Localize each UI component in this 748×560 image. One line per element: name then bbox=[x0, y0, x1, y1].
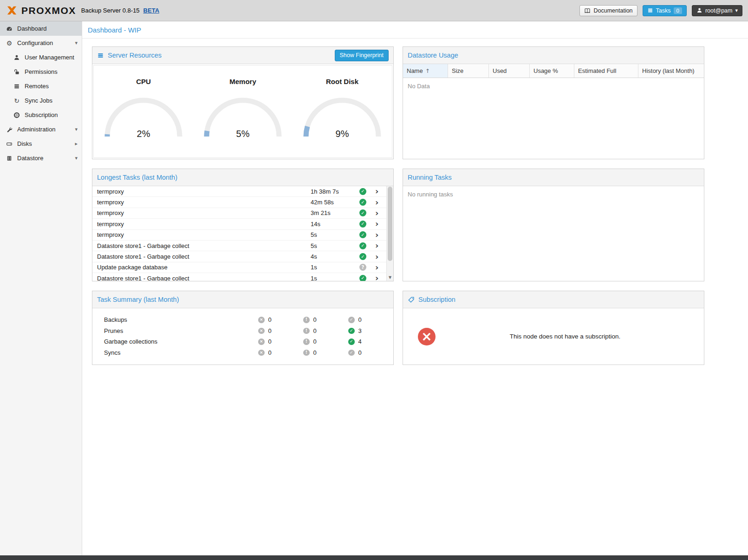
summary-count: 0 bbox=[313, 316, 317, 323]
summary-label: Garbage collections bbox=[104, 338, 258, 345]
running-tasks-empty: No running tasks bbox=[403, 186, 704, 202]
page-title: Dashboard - WIP bbox=[82, 21, 748, 39]
gauge-memory: Memory5% bbox=[198, 78, 288, 157]
caret-down-icon[interactable]: ▾ bbox=[75, 127, 78, 132]
sidebar-item-user-management[interactable]: User Management bbox=[0, 50, 82, 65]
task-row[interactable]: Update package database1s?› bbox=[92, 262, 386, 273]
gauges: CPU2%Memory5%Root Disk9% bbox=[93, 65, 392, 158]
chevron-right-icon[interactable]: › bbox=[375, 252, 386, 261]
status-warning-icon: ! bbox=[303, 328, 310, 334]
datastore-usage-columns: Name↑SizeUsedUsage %Estimated FullHistor… bbox=[403, 64, 704, 78]
running-tasks-title: Running Tasks bbox=[408, 174, 452, 181]
chevron-right-icon[interactable]: › bbox=[375, 241, 386, 250]
sidebar-item-subscription[interactable]: Subscription bbox=[0, 108, 82, 122]
task-row[interactable]: termproxy14s✓› bbox=[92, 219, 386, 229]
task-row[interactable]: termproxy5s✓› bbox=[92, 230, 386, 241]
sidebar-item-dashboard[interactable]: Dashboard bbox=[0, 21, 82, 36]
sidebar-item-label: Administration bbox=[17, 126, 55, 133]
status-ok-icon: ✓ bbox=[359, 199, 366, 206]
status-ok-icon: ✓ bbox=[348, 328, 355, 334]
user-icon bbox=[696, 7, 702, 13]
task-row[interactable]: termproxy3m 21s✓› bbox=[92, 208, 386, 219]
status-error-icon: × bbox=[258, 328, 265, 334]
summary-count: 0 bbox=[313, 349, 317, 356]
beta-link[interactable]: BETA bbox=[143, 7, 159, 14]
top-actions: Documentation Tasks 0 root@pam ▾ bbox=[579, 5, 742, 16]
task-name: termproxy bbox=[97, 209, 311, 216]
scroll-down-icon[interactable]: ▼ bbox=[387, 274, 393, 281]
chevron-right-icon[interactable]: › bbox=[375, 273, 386, 281]
column-header-history-last-month[interactable]: History (last Month) bbox=[638, 64, 704, 78]
column-header-estimated-full[interactable]: Estimated Full bbox=[574, 64, 638, 78]
task-row[interactable]: Datastore store1 - Garbage collect5s✓› bbox=[92, 241, 386, 251]
gauge-value: 2% bbox=[102, 129, 185, 139]
main-area: Dashboard - WIP Server Resources Show Fi… bbox=[82, 21, 748, 555]
status-ok-icon: ✓ bbox=[359, 188, 366, 195]
summary-count: 4 bbox=[358, 338, 362, 345]
sidebar-item-remotes[interactable]: Remotes bbox=[0, 79, 82, 93]
chevron-right-icon[interactable]: › bbox=[375, 208, 386, 218]
task-duration: 1h 38m 7s bbox=[311, 188, 359, 195]
user-menu-button[interactable]: root@pam ▾ bbox=[692, 5, 742, 16]
caret-right-icon[interactable]: ▸ bbox=[75, 141, 78, 146]
column-header-name[interactable]: Name↑ bbox=[403, 64, 448, 78]
caret-down-icon[interactable]: ▾ bbox=[75, 40, 78, 46]
status-ok-icon: ✓ bbox=[359, 253, 366, 260]
chevron-right-icon[interactable]: › bbox=[375, 187, 386, 196]
task-name: Datastore store1 - Garbage collect bbox=[97, 242, 311, 249]
scrollbar-thumb[interactable] bbox=[388, 187, 392, 261]
sidebar-item-label: Remotes bbox=[25, 83, 49, 90]
chevron-right-icon[interactable]: › bbox=[375, 198, 386, 207]
summary-count: 0 bbox=[313, 327, 317, 334]
summary-row-syncs: Syncs×0!0✓0 bbox=[92, 347, 393, 358]
column-header-size[interactable]: Size bbox=[448, 64, 489, 78]
server-resources-icon bbox=[97, 52, 104, 59]
wrench-icon bbox=[6, 126, 13, 133]
summary-row-backups: Backups×0!0✓0 bbox=[92, 314, 393, 326]
column-header-used[interactable]: Used bbox=[489, 64, 530, 78]
summary-row-prunes: Prunes×0!0✓3 bbox=[92, 326, 393, 337]
running-tasks-panel: Running Tasks No running tasks bbox=[403, 169, 704, 281]
documentation-button[interactable]: Documentation bbox=[579, 5, 637, 16]
show-fingerprint-button[interactable]: Show Fingerprint bbox=[335, 50, 389, 61]
sort-ascending-icon: ↑ bbox=[425, 68, 430, 74]
sidebar-item-label: Permissions bbox=[25, 68, 58, 75]
task-row[interactable]: Datastore store1 - Garbage collect1s✓› bbox=[92, 273, 386, 281]
subscription-message: This node does not have a subscription. bbox=[436, 333, 695, 340]
tasks-button[interactable]: Tasks 0 bbox=[643, 5, 687, 16]
status-error-icon: × bbox=[258, 339, 265, 345]
sidebar-item-permissions[interactable]: Permissions bbox=[0, 65, 82, 79]
caret-down-icon: ▾ bbox=[735, 8, 738, 13]
status-ok-icon: ✓ bbox=[359, 242, 366, 249]
scrollbar[interactable]: ▼ bbox=[386, 186, 393, 281]
longest-tasks-title: Longest Tasks (last Month) bbox=[97, 174, 177, 181]
status-ok-icon: ✓ bbox=[348, 350, 355, 356]
status-warning-icon: ! bbox=[303, 339, 310, 345]
task-row[interactable]: termproxy1h 38m 7s✓› bbox=[92, 186, 386, 197]
task-summary-panel: Task Summary (last Month) Backups×0!0✓0P… bbox=[92, 291, 394, 365]
tasks-count-badge: 0 bbox=[674, 7, 682, 14]
task-name: Update package database bbox=[97, 264, 311, 271]
lifering-icon bbox=[13, 111, 20, 119]
summary-count: 0 bbox=[268, 338, 272, 345]
chevron-right-icon[interactable]: › bbox=[375, 230, 386, 240]
sidebar-item-administration[interactable]: Administration▾ bbox=[0, 122, 82, 137]
task-duration: 14s bbox=[311, 221, 359, 228]
sidebar-item-sync-jobs[interactable]: ↻Sync Jobs bbox=[0, 93, 82, 108]
summary-count: 0 bbox=[358, 349, 362, 356]
sidebar-item-configuration[interactable]: ⚙Configuration▾ bbox=[0, 36, 82, 50]
caret-down-icon[interactable]: ▾ bbox=[75, 156, 78, 161]
sidebar-item-datastore[interactable]: Datastore▾ bbox=[0, 151, 82, 165]
chevron-right-icon[interactable]: › bbox=[375, 263, 386, 272]
chevron-right-icon[interactable]: › bbox=[375, 219, 386, 228]
status-ok-icon: ✓ bbox=[348, 339, 355, 345]
task-row[interactable]: Datastore store1 - Garbage collect4s✓› bbox=[92, 251, 386, 262]
summary-row-garbage-collections: Garbage collections×0!0✓4 bbox=[92, 336, 393, 347]
product-version: Backup Server 0.8-15 bbox=[81, 7, 140, 14]
brand-text: PROXMOX bbox=[21, 5, 76, 16]
task-name: termproxy bbox=[97, 221, 311, 228]
datastore-usage-title: Datastore Usage bbox=[408, 52, 458, 59]
task-row[interactable]: termproxy42m 58s✓› bbox=[92, 197, 386, 208]
sidebar-item-disks[interactable]: Disks▸ bbox=[0, 137, 82, 151]
column-header-usage[interactable]: Usage % bbox=[530, 64, 574, 78]
